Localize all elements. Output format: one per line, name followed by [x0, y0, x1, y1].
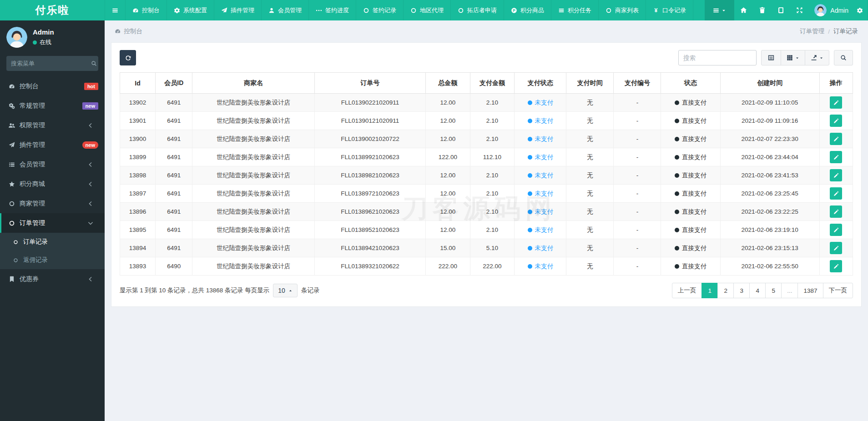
- topnav-item-store-apply[interactable]: 拓店者申请: [450, 0, 504, 20]
- sidebar: Admin 在线 控制台hot常规管理new权限管理插件管理new会员管理积分商…: [0, 20, 105, 421]
- pay-no-cell: -: [614, 257, 661, 276]
- topnav-item-system-config[interactable]: 系统配置: [167, 0, 214, 20]
- status-dot: [675, 246, 679, 251]
- created-time-cell: 2021-02-09 11:10:05: [720, 94, 819, 112]
- log-button[interactable]: [772, 0, 790, 20]
- view-button-group: [761, 50, 829, 65]
- sidebar-item-coupon[interactable]: 优惠券: [0, 269, 105, 289]
- pagination-next[interactable]: 下一页: [823, 283, 853, 298]
- status-dot: [528, 137, 532, 141]
- detail-view-button[interactable]: [761, 50, 781, 65]
- column-header: 订单号: [314, 73, 425, 94]
- pay-no-cell: -: [614, 239, 661, 257]
- pay-time-cell: 无: [566, 112, 614, 130]
- trash-button[interactable]: [753, 0, 772, 20]
- sidebar-search-input[interactable]: [11, 60, 91, 67]
- angle-left-icon: [87, 122, 98, 129]
- edit-button[interactable]: [830, 115, 842, 127]
- caret-down-icon: [795, 56, 799, 60]
- sidebar-item-dashboard[interactable]: 控制台hot: [0, 76, 105, 96]
- sidebar-subitem-order-records[interactable]: 订单记录: [0, 233, 105, 251]
- sidebar-item-permission-manage[interactable]: 权限管理: [0, 115, 105, 135]
- breadcrumb-item[interactable]: 订单管理: [800, 27, 824, 35]
- pencil-icon: [833, 264, 839, 269]
- table-cell: 5.10: [470, 239, 515, 257]
- breadcrumb-separator: /: [828, 28, 830, 35]
- topnav-item-plugin-manage[interactable]: 插件管理: [214, 0, 261, 20]
- navbar-settings-button[interactable]: [854, 0, 868, 20]
- pay-status-label: 未支付: [535, 135, 554, 142]
- table-cell: 13896: [120, 203, 156, 221]
- table-cell: 2.10: [470, 166, 515, 185]
- topnav-item-region-agent[interactable]: 地区代理: [403, 0, 450, 20]
- orders-table: Id会员ID商家名订单号总金额支付金额支付状态支付时间支付编号状态创建时间操作 …: [120, 72, 853, 276]
- circle-o-icon: [458, 7, 464, 14]
- column-header: 会员ID: [156, 73, 192, 94]
- edit-button[interactable]: [830, 224, 842, 236]
- topnav-item-label: 控制台: [142, 6, 160, 15]
- sidebar-item-plugin-manage[interactable]: 插件管理new: [0, 135, 105, 155]
- columns-button[interactable]: [781, 50, 805, 65]
- table-cell: 6491: [156, 130, 192, 148]
- status-label: 直接支付: [682, 226, 707, 233]
- topnav-item-points-goods[interactable]: P积分商品: [504, 0, 551, 20]
- pagination-page-3[interactable]: 3: [733, 283, 750, 298]
- status-label: 直接支付: [682, 154, 707, 160]
- navbar-user-menu[interactable]: Admin: [809, 0, 854, 20]
- refresh-button[interactable]: [120, 50, 136, 65]
- user-icon: [268, 7, 275, 14]
- pay-time-cell: 无: [566, 94, 614, 112]
- table-search-input[interactable]: [678, 50, 757, 65]
- fullscreen-button[interactable]: [790, 0, 809, 20]
- navbar-icon-buttons: [734, 0, 809, 20]
- pagination-page-2[interactable]: 2: [717, 283, 734, 298]
- page-size-dropdown[interactable]: 10: [273, 284, 298, 297]
- sidebar-subitem-rebate-records[interactable]: 返佣记录: [0, 251, 105, 269]
- topnav-item-sign-records[interactable]: 签约记录: [356, 0, 403, 20]
- topnav-item-points-tasks[interactable]: 积分任务: [551, 0, 598, 20]
- search-button[interactable]: [834, 50, 853, 65]
- edit-button[interactable]: [830, 133, 842, 145]
- sidebar-item-order-manage[interactable]: 订单管理: [0, 213, 105, 233]
- edit-button[interactable]: [830, 187, 842, 200]
- sidebar-item-member-manage[interactable]: 会员管理: [0, 155, 105, 174]
- pagination-prev[interactable]: 上一页: [672, 283, 702, 298]
- brand-logo[interactable]: 付乐啦: [0, 0, 105, 20]
- sidebar-item-points-mall[interactable]: 积分商城: [0, 174, 105, 194]
- status-label: 直接支付: [682, 172, 707, 179]
- table-cell: 世纪陆壹捌美妆形象设计店: [192, 239, 315, 257]
- edit-button[interactable]: [830, 151, 842, 163]
- pagination-page-5[interactable]: 5: [765, 283, 782, 298]
- status-label: 直接支付: [682, 99, 707, 106]
- topnav-item-dashboard[interactable]: 控制台: [125, 0, 167, 20]
- sidebar-item-merchant-manage[interactable]: 商家管理: [0, 194, 105, 213]
- pencil-icon: [833, 191, 839, 196]
- table-cell: FLL01389721020623: [314, 185, 425, 203]
- topnav-right: Admin: [705, 0, 868, 20]
- pagination-page-1387[interactable]: 1387: [797, 283, 823, 298]
- sidebar-subitem-label: 订单记录: [23, 238, 98, 246]
- export-button[interactable]: [805, 50, 829, 65]
- column-header: 支付金额: [470, 73, 515, 94]
- topnav-item-password-records[interactable]: ¥口令记录: [646, 0, 693, 20]
- actions-cell: [819, 185, 853, 203]
- home-button[interactable]: [734, 0, 753, 20]
- status-dot: [675, 100, 679, 105]
- topnav-item-sign-progress[interactable]: 签约进度: [308, 0, 356, 20]
- topnav-item-merchant-list[interactable]: 商家列表: [598, 0, 646, 20]
- edit-button[interactable]: [830, 205, 842, 218]
- sidebar-item-label: 优惠券: [20, 275, 87, 283]
- edit-button[interactable]: [830, 169, 842, 181]
- edit-button[interactable]: [830, 96, 842, 109]
- gear-icon: [174, 7, 180, 14]
- topnav-item-member-manage[interactable]: 会员管理: [261, 0, 308, 20]
- pagination-page-4[interactable]: 4: [749, 283, 766, 298]
- edit-button[interactable]: [830, 242, 842, 254]
- edit-button[interactable]: [830, 260, 842, 272]
- topnav-item-label: 地区代理: [420, 6, 444, 15]
- pagination-page-1[interactable]: 1: [701, 283, 718, 298]
- topnav-item-menu-toggle[interactable]: [105, 0, 125, 20]
- table-cell: 世纪陆壹捌美妆形象设计店: [192, 257, 315, 276]
- sidebar-item-general-manage[interactable]: 常规管理new: [0, 96, 105, 115]
- layout-dropdown-button[interactable]: [705, 0, 734, 20]
